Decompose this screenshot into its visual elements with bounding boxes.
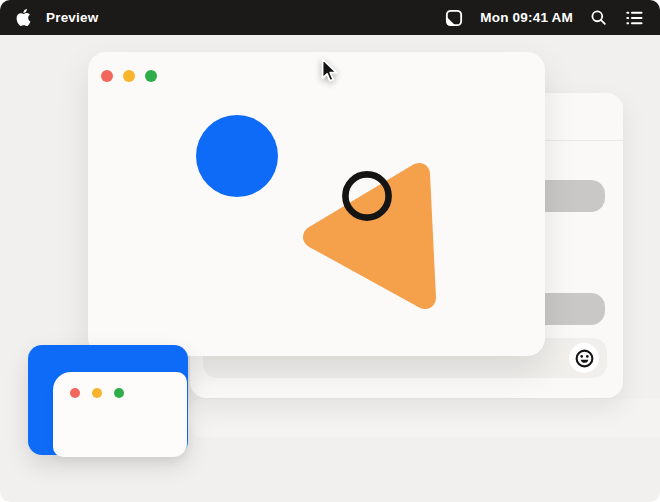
app-menu-title[interactable]: Preview — [46, 10, 98, 25]
list-icon[interactable] — [624, 8, 644, 28]
mini-traffic-lights — [70, 388, 124, 398]
close-button[interactable] — [70, 388, 80, 398]
emoji-button[interactable] — [569, 343, 599, 373]
black-ring-shape — [88, 52, 545, 356]
menu-bar-status: Mon 09:41 AM — [444, 8, 644, 28]
menu-bar: Preview Mon 09:41 AM — [0, 0, 660, 35]
mini-window — [53, 372, 187, 457]
smiley-icon — [574, 348, 595, 369]
main-window — [88, 52, 545, 356]
search-icon[interactable] — [589, 8, 608, 27]
apple-icon[interactable] — [16, 9, 31, 26]
capture-icon[interactable] — [444, 8, 464, 28]
zoom-button[interactable] — [114, 388, 124, 398]
desktop: Preview Mon 09:41 AM — [0, 0, 660, 502]
menu-bar-left: Preview — [16, 9, 98, 26]
minimize-button[interactable] — [92, 388, 102, 398]
clock[interactable]: Mon 09:41 AM — [480, 10, 573, 25]
rear-sheet — [188, 399, 660, 437]
